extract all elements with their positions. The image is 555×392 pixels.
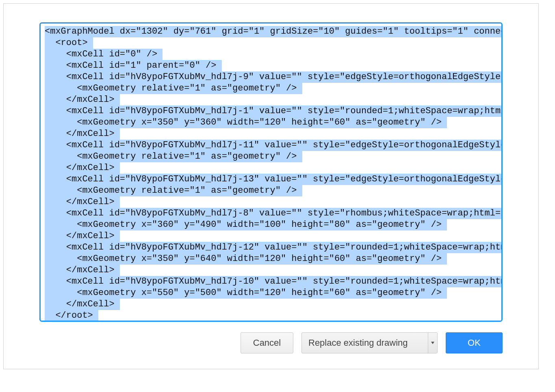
chevron-down-icon bbox=[431, 342, 434, 344]
import-mode-caret bbox=[428, 333, 437, 353]
import-mode-selected-label: Replace existing drawing bbox=[302, 333, 428, 353]
dialog-panel: Cancel Replace existing drawing OK bbox=[3, 3, 539, 369]
xml-editor-container bbox=[39, 22, 503, 322]
xml-editor-textarea[interactable] bbox=[39, 22, 503, 322]
cancel-button[interactable]: Cancel bbox=[241, 332, 293, 353]
import-mode-select[interactable]: Replace existing drawing bbox=[301, 332, 438, 353]
ok-button[interactable]: OK bbox=[446, 332, 503, 353]
dialog-button-row: Cancel Replace existing drawing OK bbox=[39, 332, 503, 353]
